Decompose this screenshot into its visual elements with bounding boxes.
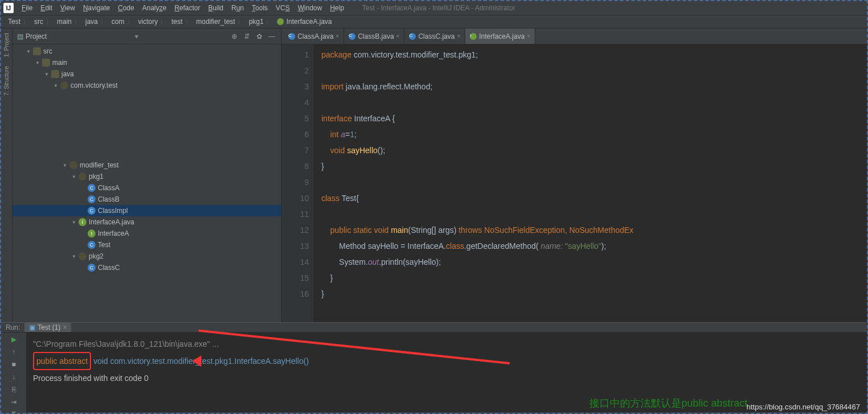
class-icon: C [288,33,295,40]
project-panel: ▤ Project ▾ ⊕ ⇵ ✿ — ▼src▼main▼java▼com.v… [13,28,282,322]
run-toolbar: ▶ ↑ ■ ↓ ⎘ ⇥ 🖶 [1,333,26,414]
annotation-text: 接口中的方法默认是public abstract [589,395,747,411]
folder-icon [42,59,50,67]
close-icon[interactable]: × [396,33,400,39]
menu-build[interactable]: Build [205,3,227,13]
tree-node[interactable]: CClassB [13,194,281,205]
crumb-item[interactable]: Test [6,17,32,27]
tree-node[interactable] [13,125,281,137]
close-icon[interactable]: × [527,33,530,39]
interface-icon: I [78,218,86,226]
stop-icon[interactable]: ■ [9,360,18,369]
up-icon[interactable]: ↑ [9,347,18,356]
editor-tabs: CClassA.java×CClassB.java×CClassC.java×I… [282,28,867,44]
class-icon: C [88,264,96,272]
editor-tab[interactable]: CClassC.java× [404,28,465,44]
rerun-icon[interactable]: ▶ [9,335,18,344]
sidetab-project[interactable]: 1: Project [2,31,11,59]
hide-icon[interactable]: — [267,32,276,41]
run-panel: Run: ▣Test (1)× ▶ ↑ ■ ↓ ⎘ ⇥ 🖶 "C:\Progra… [1,322,867,412]
menu-code[interactable]: Code [114,3,138,13]
tree-node[interactable] [13,114,281,125]
code-area[interactable]: package com.victory.test.modifier_test.p… [313,44,867,322]
crumb-item[interactable]: InterfaceA.java [275,18,336,26]
editor-tab[interactable]: CClassA.java× [284,28,344,44]
package-icon [60,81,68,89]
interface-icon: I [88,229,96,237]
editor-tab[interactable]: CClassB.java× [344,28,404,44]
tree-node[interactable]: IInterfaceA [13,228,281,239]
crumb-item[interactable]: test [169,17,193,27]
run-label: Run: [6,323,20,331]
tree-node[interactable]: ▼pkg1 [13,171,281,182]
tree-node[interactable] [13,91,281,103]
tree-node[interactable]: CClassImpl [13,205,281,216]
folder-icon: ▤ [17,32,23,40]
class-icon: C [88,207,96,215]
tree-node[interactable]: ▼main [13,57,281,68]
menu-bar: IJ File Edit View Navigate Code Analyze … [1,1,867,15]
app-logo-icon: IJ [3,3,14,13]
gutter[interactable]: 1234◉↓56◉↓789▶1011▶1213141516 [282,44,313,322]
menu-analyze[interactable]: Analyze [139,3,170,13]
tree-node[interactable] [13,285,281,296]
tree-node[interactable]: CClassA [13,182,281,194]
class-icon: C [88,195,96,203]
tree-node[interactable]: ▼IInterfaceA.java [13,216,281,228]
tree-node[interactable] [13,103,281,114]
menu-edit[interactable]: Edit [37,3,56,13]
crumb-item[interactable]: com [109,17,136,27]
editor-tab[interactable]: IInterfaceA.java× [465,28,535,44]
menu-help[interactable]: Help [326,3,348,13]
menu-view[interactable]: View [57,3,78,13]
crumb-item[interactable]: pkg1 [246,17,275,27]
tree-node[interactable]: ▼src [13,46,281,57]
close-icon[interactable]: × [457,33,460,39]
tree-node[interactable]: ▼com.victory.test [13,80,281,91]
tree-node[interactable]: CClassC [13,262,281,273]
sidetab-structure[interactable]: 7: Structure [2,64,11,98]
menu-run[interactable]: Run [228,3,247,13]
crumb-item[interactable]: src [32,17,55,27]
settings-icon[interactable]: ✿ [255,32,264,41]
console-output[interactable]: "C:\Program Files\Java\jdk1.8.0_121\bin\… [26,333,867,414]
tree-node[interactable]: ▼java [13,68,281,80]
print-icon[interactable]: 🖶 [9,410,18,414]
crumb-item[interactable]: java [83,17,109,27]
editor: CClassA.java×CClassB.java×CClassC.java×I… [282,28,867,322]
crumb-item[interactable]: main [55,17,83,27]
watermark: https://blog.csdn.net/qq_37684467 [747,403,861,411]
breadcrumb: Test src main java com victory test modi… [1,15,867,28]
wrap-icon[interactable]: ⇥ [9,397,18,407]
crumb-item[interactable]: victory [136,17,170,27]
menu-window[interactable]: Window [294,3,325,13]
menu-file[interactable]: File [18,3,36,13]
close-icon[interactable]: × [336,33,339,39]
menu-navigate[interactable]: Navigate [80,3,113,13]
interface-icon [277,18,284,25]
export-icon[interactable]: ⎘ [9,385,18,394]
collapse-icon[interactable]: ⇵ [242,32,251,41]
tree-node[interactable] [13,273,281,285]
folder-icon [51,70,59,78]
package-icon [69,161,77,169]
project-tree[interactable]: ▼src▼main▼java▼com.victory.test ▼modifie… [13,44,281,322]
folder-icon [33,47,41,55]
tree-node[interactable]: ▼modifier_test [13,159,281,171]
tree-node[interactable]: ▼pkg2 [13,251,281,262]
menu-refactor[interactable]: Refactor [171,3,204,13]
locate-icon[interactable]: ⊕ [230,32,239,41]
tree-node[interactable] [13,148,281,159]
down-icon[interactable]: ↓ [9,372,18,382]
crumb-item[interactable]: modifier_test [194,17,247,27]
interface-icon: I [470,33,477,40]
highlight-box: public abstract [33,352,91,370]
package-icon [78,173,86,181]
tree-node[interactable] [13,137,281,148]
menu-tools[interactable]: Tools [249,3,271,13]
class-icon: C [88,184,96,192]
tool-window-stripe: 1: Project 7: Structure [1,28,13,322]
menu-vcs[interactable]: VCS [272,3,294,13]
run-tab[interactable]: ▣Test (1)× [24,323,71,332]
tree-node[interactable]: CTest [13,239,281,251]
